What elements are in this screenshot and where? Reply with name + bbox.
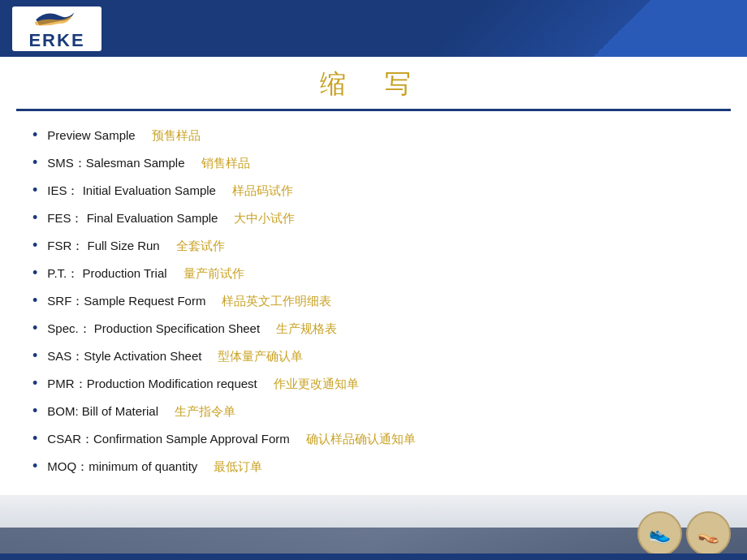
divider — [16, 109, 731, 111]
item-chinese: 销售样品 — [201, 156, 250, 170]
item-chinese: 生产指令单 — [175, 404, 235, 418]
list-item: •Spec.： Production Specification Sheet生产… — [32, 314, 715, 342]
bottom-stripe — [0, 554, 747, 560]
item-text: SAS：Style Activation Sheet型体量产确认单 — [47, 347, 715, 366]
item-chinese: 生产规格表 — [276, 321, 337, 335]
logo-text: ERKE — [28, 30, 84, 51]
list-item: •CSAR：Confirmation Sample Approval Form确… — [32, 424, 715, 452]
list-item: •PMR：Production Modification request作业更改… — [32, 369, 715, 397]
list-item: •SAS：Style Activation Sheet型体量产确认单 — [32, 342, 715, 369]
item-text: Spec.： Production Specification Sheet生产规… — [47, 320, 715, 338]
page-title: 缩 写 — [0, 67, 747, 102]
bullet-dot: • — [32, 345, 37, 367]
bullet-dot: • — [32, 207, 37, 229]
bullet-dot: • — [32, 262, 37, 284]
item-text: PMR：Production Modification request作业更改通… — [47, 375, 715, 394]
list-item: •SMS：Salesman Sample销售样品 — [32, 149, 715, 176]
shoe-decoration: 👟 👡 — [637, 511, 731, 556]
list-item: •Preview Sample预售样品 — [32, 121, 715, 149]
list-item: •IES： Initial Evaluation Sample样品码试作 — [32, 176, 715, 204]
item-english: SRF：Sample Request Form — [47, 294, 205, 308]
item-english: CSAR：Confirmation Sample Approval Form — [47, 432, 289, 446]
title-section: 缩 写 — [0, 57, 747, 109]
item-english: IES： Initial Evaluation Sample — [47, 183, 216, 197]
item-english: PMR：Production Modification request — [47, 377, 257, 390]
item-chinese: 作业更改通知单 — [274, 377, 359, 390]
item-text: FES： Final Evaluation Sample大中小试作 — [47, 209, 715, 228]
item-chinese: 确认样品确认通知单 — [306, 432, 416, 446]
list-item: •SRF：Sample Request Form样品英文工作明细表 — [32, 286, 715, 314]
item-text: SRF：Sample Request Form样品英文工作明细表 — [47, 292, 715, 311]
list-item: •FSR： Full Size Run全套试作 — [32, 231, 715, 259]
item-chinese: 样品英文工作明细表 — [222, 294, 331, 308]
bottom-decoration: 👟 👡 — [0, 495, 747, 560]
item-english: SMS：Salesman Sample — [47, 156, 184, 170]
item-english: Preview Sample — [47, 128, 135, 142]
list-item: •MOQ：minimum of quantity最低订单 — [32, 452, 715, 480]
bullet-dot: • — [32, 179, 37, 201]
bullet-dot: • — [32, 428, 37, 450]
item-english: Spec.： Production Specification Sheet — [47, 321, 260, 335]
item-text: BOM: Bill of Material生产指令单 — [47, 403, 715, 421]
item-chinese: 大中小试作 — [234, 211, 295, 225]
item-chinese: 全套试作 — [176, 239, 225, 252]
item-chinese: 型体量产确认单 — [218, 349, 303, 363]
logo-bird: ERKE — [28, 6, 85, 51]
item-english: SAS：Style Activation Sheet — [47, 349, 201, 363]
item-chinese: 预售样品 — [152, 128, 201, 142]
bullet-dot: • — [32, 290, 37, 312]
logo-area: ERKE — [12, 6, 101, 51]
bullet-dot: • — [32, 152, 37, 174]
item-text: CSAR：Confirmation Sample Approval Form确认… — [47, 430, 715, 449]
bullet-dot: • — [32, 400, 37, 422]
item-english: FSR： Full Size Run — [47, 239, 159, 252]
item-text: FSR： Full Size Run全套试作 — [47, 237, 715, 256]
bullet-dot: • — [32, 235, 37, 256]
item-text: SMS：Salesman Sample销售样品 — [47, 154, 715, 173]
bullet-dot: • — [32, 124, 37, 146]
list-item: •BOM: Bill of Material生产指令单 — [32, 397, 715, 424]
item-english: P.T.： Production Trial — [47, 266, 166, 280]
list-item: •FES： Final Evaluation Sample大中小试作 — [32, 204, 715, 231]
item-english: BOM: Bill of Material — [47, 404, 158, 418]
item-text: IES： Initial Evaluation Sample样品码试作 — [47, 182, 715, 200]
header-stripe — [585, 0, 747, 57]
bullet-dot: • — [32, 373, 37, 394]
item-text: P.T.： Production Trial量产前试作 — [47, 265, 715, 283]
shoe-icon-2: 👡 — [686, 511, 731, 556]
item-chinese: 量产前试作 — [184, 266, 244, 280]
bullet-dot: • — [32, 317, 37, 339]
item-text: Preview Sample预售样品 — [47, 127, 715, 145]
item-chinese: 样品码试作 — [232, 183, 293, 197]
list-item: •P.T.： Production Trial量产前试作 — [32, 259, 715, 286]
item-english: FES： Final Evaluation Sample — [47, 211, 218, 225]
bullet-dot: • — [32, 455, 37, 477]
shoe-icon-1: 👟 — [637, 511, 682, 556]
item-text: MOQ：minimum of quantity最低订单 — [47, 458, 715, 476]
item-english: MOQ：minimum of quantity — [47, 459, 197, 473]
content-area: •Preview Sample预售样品•SMS：Salesman Sample销… — [0, 118, 747, 483]
header: ERKE — [0, 0, 747, 57]
item-chinese: 最低订单 — [214, 459, 262, 473]
